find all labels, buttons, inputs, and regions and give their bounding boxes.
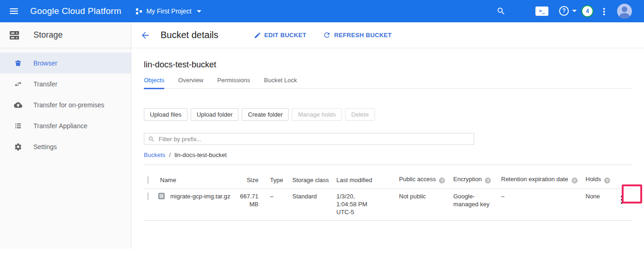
arrow-back-icon [140,30,150,40]
sidebar-item-label: Transfer Appliance [33,122,87,130]
column-size[interactable]: Size [237,177,263,184]
appliance-list-icon [14,122,22,130]
gear-icon [14,143,22,151]
top-app-bar: Google Cloud Platform My First Project >… [0,0,644,22]
page-header: Bucket details EDIT BUCKET REFRESH BUCKE… [132,22,644,48]
topbar-actions: >_ ? 4 [487,0,644,22]
brand-logo[interactable]: Google Cloud Platform [30,6,121,16]
bucket-name-heading: lin-docs-test-bucket [144,60,632,70]
breadcrumb-buckets-link[interactable]: Buckets [144,151,165,158]
avatar[interactable] [617,4,632,19]
sidebar-item-browser[interactable]: Browser [0,52,131,73]
tab-bar: Objects Overview Permissions Bucket Lock [144,77,632,89]
object-toolbar: Upload files Upload folder Create folder… [144,108,632,121]
column-public-access[interactable]: Public access? [399,176,453,184]
bucket-icon [14,59,22,67]
search-icon[interactable] [496,7,506,18]
sidebar-item-transfer-on-premises[interactable]: Transfer for on-premises [0,94,131,115]
row-actions-menu-icon[interactable] [621,194,623,205]
breadcrumb-current: lin-docs-test-bucket [174,151,227,158]
upload-folder-button[interactable]: Upload folder [191,108,238,121]
refresh-bucket-label: REFRESH BUCKET [334,32,392,39]
manage-holds-button: Manage holds [292,108,342,121]
row-checkbox[interactable] [148,192,148,200]
sidebar-item-settings[interactable]: Settings [0,136,131,157]
help-icon[interactable]: ? [485,177,491,184]
cloud-shell-icon[interactable]: >_ [535,7,548,16]
column-holds[interactable]: Holds? [586,176,612,184]
breadcrumb: Buckets / lin-docs-test-bucket [144,151,632,158]
sidebar-item-label: Settings [33,143,57,151]
cell-storage-class: Standard [292,192,336,200]
create-folder-button[interactable]: Create folder [242,108,289,121]
help-icon[interactable]: ? [604,177,610,184]
edit-bucket-label: EDIT BUCKET [264,32,307,39]
select-all-checkbox[interactable] [148,176,148,184]
table-row: migrate-gcp-img.tar.gz 667.71 MB – Stand… [144,189,632,221]
column-encryption[interactable]: Encryption? [453,176,501,184]
sidebar-title: Storage [33,30,63,40]
column-retention-expiration-date[interactable]: Retention expiration date? [501,176,586,184]
tab-overview[interactable]: Overview [178,77,203,88]
search-icon [148,136,155,143]
delete-button: Delete [345,108,375,121]
filter-box [144,133,474,145]
sidebar-item-label: Browser [33,59,57,67]
sidebar-item-label: Transfer [33,80,58,88]
breadcrumb-separator: / [169,151,171,158]
cell-public-access: Not public [399,192,453,200]
help-icon[interactable]: ? [572,177,578,184]
cell-retention-expiration-date: – [501,192,586,200]
cloud-upload-icon [14,101,22,109]
pencil-icon [254,32,261,39]
column-type[interactable]: Type [263,177,292,184]
project-selector[interactable]: My First Project [136,7,201,15]
column-name[interactable]: Name [156,177,237,184]
storage-product-icon [8,30,20,41]
project-icon [136,8,142,14]
cell-last-modified: 1/3/20, 1:04:58 PM UTC-5 [336,192,374,216]
help-menu[interactable]: ? [559,6,577,16]
chevron-down-icon [197,10,201,13]
edit-bucket-button[interactable]: EDIT BUCKET [254,32,307,39]
sidebar-header: Storage [0,22,131,48]
help-icon[interactable]: ? [439,177,445,184]
chevron-down-icon [572,10,577,12]
sidebar-item-label: Transfer for on-premises [33,101,104,109]
cell-encryption: Google-managed key [453,192,494,208]
page-title: Bucket details [161,30,219,40]
refresh-bucket-button[interactable]: REFRESH BUCKET [323,31,392,39]
sidebar: Storage Browser Transfer Transfer for on… [0,22,131,249]
object-name-link[interactable]: migrate-gcp-img.tar.gz [170,192,230,200]
column-storage-class[interactable]: Storage class [292,177,336,184]
file-icon [158,192,165,200]
back-button[interactable] [140,30,150,40]
tab-bucket-lock[interactable]: Bucket Lock [264,77,297,88]
swap-arrows-icon [14,80,22,88]
column-last-modified[interactable]: Last modified [336,177,399,184]
refresh-icon [323,31,331,39]
cell-holds: None [586,192,612,200]
cell-size: 667.71 MB [237,192,263,208]
tab-objects[interactable]: Objects [144,77,164,89]
cell-type: – [263,192,292,200]
project-name: My First Project [146,7,191,15]
menu-icon[interactable] [10,7,18,15]
more-options-icon[interactable] [603,7,605,16]
sidebar-item-transfer[interactable]: Transfer [0,73,131,94]
tab-permissions[interactable]: Permissions [217,77,250,88]
upload-files-button[interactable]: Upload files [144,108,187,121]
sidebar-item-transfer-appliance[interactable]: Transfer Appliance [0,115,131,136]
main-content: lin-docs-test-bucket Objects Overview Pe… [132,48,644,221]
notifications-badge[interactable]: 4 [581,5,593,17]
help-icon: ? [559,6,569,16]
table-header: Name Size Type Storage class Last modifi… [144,165,632,189]
filter-by-prefix-input[interactable] [159,136,470,143]
